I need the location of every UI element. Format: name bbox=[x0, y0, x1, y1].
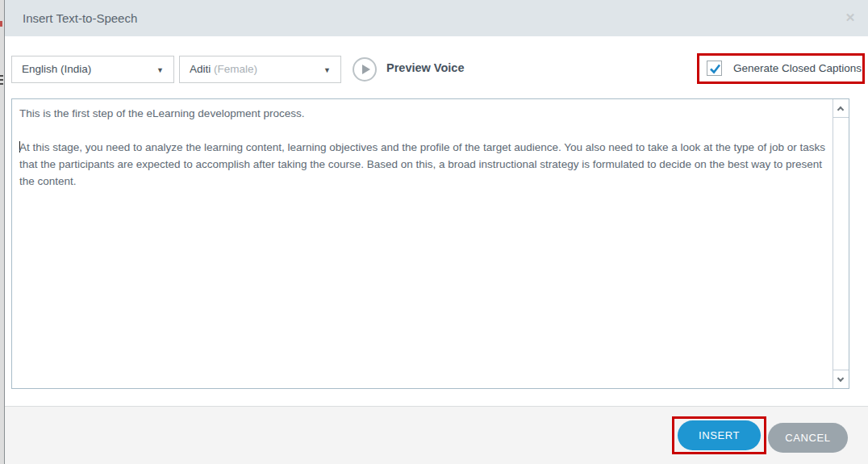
tts-text-content: This is the first step of the eLearning … bbox=[12, 99, 833, 388]
background-red-mark bbox=[0, 21, 2, 27]
insert-tts-dialog: Insert Text-to-Speech ✕ English (India) … bbox=[5, 0, 868, 464]
captions-checkbox-group: Generate Closed Captions bbox=[699, 56, 862, 82]
background-mark bbox=[0, 75, 3, 77]
tts-paragraph: At this stage, you need to analyze the l… bbox=[19, 139, 828, 190]
close-icon[interactable]: ✕ bbox=[842, 10, 858, 26]
preview-voice-label: Preview Voice bbox=[386, 61, 464, 74]
dialog-footer: INSERT CANCEL bbox=[5, 406, 868, 464]
cancel-button[interactable]: CANCEL bbox=[768, 423, 848, 453]
textbox-scrollbar[interactable] bbox=[833, 99, 849, 388]
chevron-down-icon: ▼ bbox=[156, 66, 164, 74]
voice-gender-label: (Female) bbox=[211, 63, 257, 75]
checkmark-icon bbox=[708, 62, 722, 76]
play-icon[interactable] bbox=[353, 57, 377, 82]
language-dropdown[interactable]: English (India) ▼ bbox=[11, 56, 174, 83]
insert-button[interactable]: INSERT bbox=[678, 420, 761, 450]
captions-highlight-annotation: Generate Closed Captions bbox=[697, 53, 865, 84]
scrollbar-track[interactable] bbox=[833, 119, 849, 369]
voice-dropdown[interactable]: Aditi (Female) ▼ bbox=[179, 56, 341, 83]
dialog-title: Insert Text-to-Speech bbox=[23, 0, 137, 36]
tts-text-input[interactable]: This is the first step of the eLearning … bbox=[11, 98, 849, 389]
background-mark bbox=[0, 83, 3, 85]
chevron-down-icon: ▼ bbox=[323, 66, 331, 74]
chevron-down-icon bbox=[837, 375, 844, 382]
tts-paragraph: This is the first step of the eLearning … bbox=[19, 105, 828, 122]
scroll-down-button[interactable] bbox=[833, 370, 849, 388]
voice-controls-row: English (India) ▼ Aditi (Female) ▼ Previ… bbox=[5, 56, 868, 83]
background-mark bbox=[0, 79, 3, 81]
captions-checkbox-label: Generate Closed Captions bbox=[733, 56, 862, 82]
language-dropdown-value: English (India) bbox=[22, 56, 91, 82]
chevron-up-icon bbox=[837, 107, 844, 113]
insert-highlight-annotation: INSERT bbox=[672, 416, 766, 454]
scroll-up-button[interactable] bbox=[833, 99, 849, 118]
dialog-titlebar: Insert Text-to-Speech ✕ bbox=[5, 0, 868, 36]
captions-checkbox[interactable] bbox=[707, 61, 722, 76]
voice-dropdown-value: Aditi (Female) bbox=[190, 56, 257, 82]
